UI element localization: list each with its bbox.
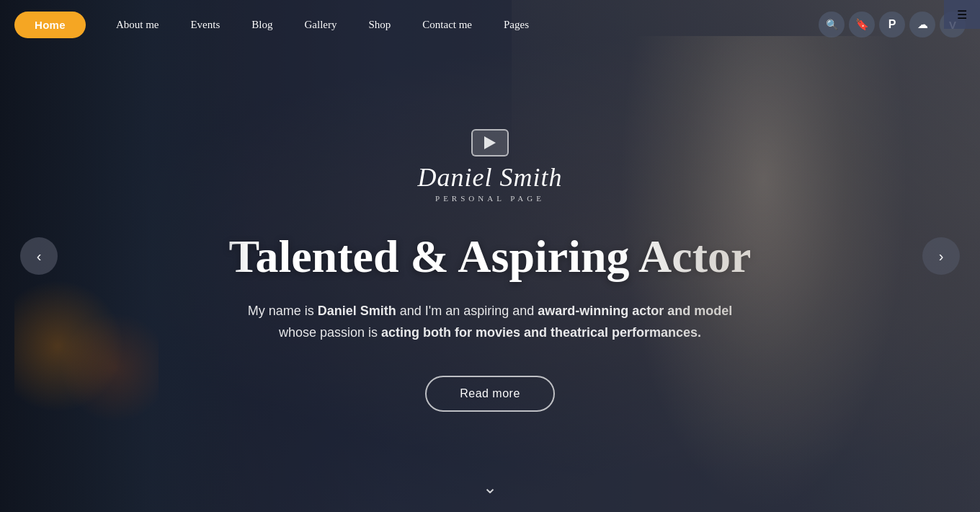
person-mid <box>620 36 908 512</box>
nav-link-events[interactable]: Events <box>174 12 236 38</box>
bookmark-icon: 🔖 <box>855 18 869 31</box>
nav-link-blog[interactable]: Blog <box>236 12 288 38</box>
subtitle-name: Daniel Smith <box>318 304 396 318</box>
hero-section: ☰ Home About me Events Blog Gallery Shop… <box>0 0 980 512</box>
home-button[interactable]: Home <box>14 12 86 38</box>
navbar: Home About me Events Blog Gallery Shop C… <box>0 0 980 49</box>
subtitle-text-3: whose passion is <box>279 325 381 340</box>
slide-prev-button[interactable]: ‹ <box>20 237 58 275</box>
slide-next-button[interactable]: › <box>922 237 960 275</box>
nav-link-about[interactable]: About me <box>100 12 175 38</box>
chevron-down-icon: ⌄ <box>483 478 497 497</box>
slide-menu-toggle[interactable]: ☰ <box>944 0 980 29</box>
nav-link-pages[interactable]: Pages <box>488 12 545 38</box>
arrow-right-icon: › <box>939 248 944 265</box>
search-icon: 🔍 <box>826 19 838 30</box>
pinterest-icon: P <box>888 18 896 31</box>
nav-link-gallery[interactable]: Gallery <box>288 12 352 38</box>
soundcloud-icon-button[interactable]: ☁ <box>909 12 935 37</box>
nav-link-shop[interactable]: Shop <box>352 12 406 38</box>
arrow-left-icon: ‹ <box>37 248 42 265</box>
pinterest-icon-button[interactable]: P <box>879 12 905 37</box>
nav-link-contact[interactable]: Contact me <box>406 12 488 38</box>
soundcloud-icon: ☁ <box>917 18 928 31</box>
search-icon-button[interactable]: 🔍 <box>819 12 845 37</box>
bookmark-icon-button[interactable]: 🔖 <box>849 12 875 37</box>
menu-icon: ☰ <box>957 8 967 22</box>
subtitle-text-1: My name is <box>248 304 318 318</box>
logo-video-icon <box>471 129 509 156</box>
scroll-down-indicator[interactable]: ⌄ <box>483 477 497 498</box>
nav-links: About me Events Blog Gallery Shop Contac… <box>100 12 819 38</box>
